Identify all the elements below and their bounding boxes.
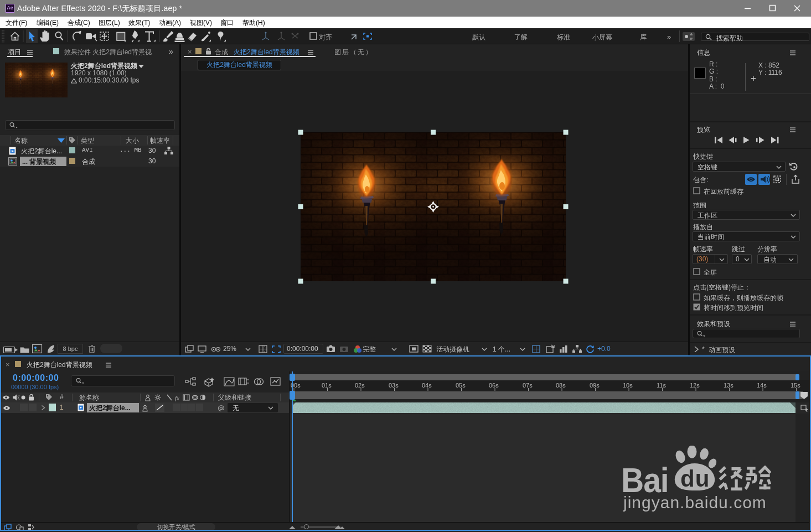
svg-text:12s: 12s	[690, 382, 700, 389]
svg-text:07s: 07s	[523, 382, 533, 389]
svg-text:08s: 08s	[556, 382, 566, 389]
svg-text:03s: 03s	[389, 382, 399, 389]
svg-text:05s: 05s	[456, 382, 466, 389]
svg-text:06s: 06s	[489, 382, 499, 389]
svg-text:09s: 09s	[590, 382, 600, 389]
svg-text:04s: 04s	[422, 382, 432, 389]
svg-text:10s: 10s	[623, 382, 633, 389]
svg-text:11s: 11s	[657, 382, 666, 389]
svg-text:02s: 02s	[355, 382, 365, 389]
svg-text:14s: 14s	[757, 382, 767, 389]
svg-text:13s: 13s	[724, 382, 733, 389]
svg-text:fx: fx	[175, 395, 179, 401]
svg-text:du: du	[680, 466, 710, 492]
svg-text:01s: 01s	[322, 382, 332, 389]
svg-text:15s: 15s	[791, 382, 800, 389]
